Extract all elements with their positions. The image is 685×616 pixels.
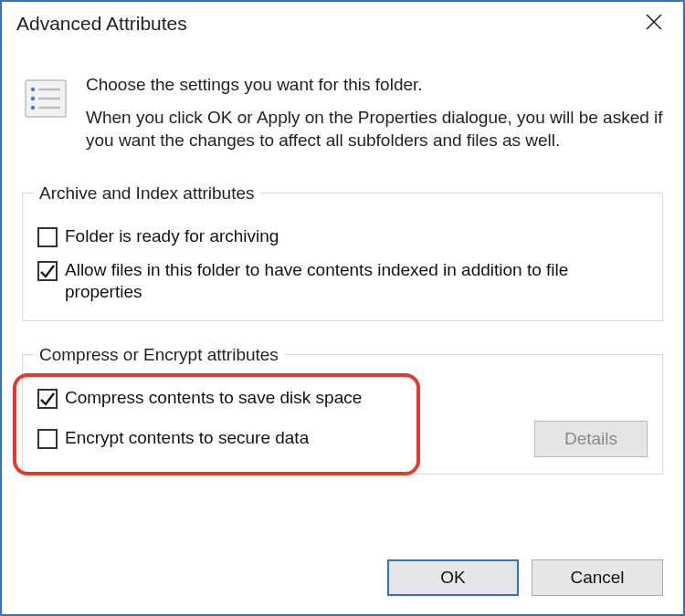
titlebar: Advanced Attributes bbox=[2, 2, 683, 46]
archive-row: Folder is ready for archiving bbox=[37, 225, 648, 248]
index-label: Allow files in this folder to have conte… bbox=[65, 259, 648, 304]
dialog-content: Choose the settings you want for this fo… bbox=[2, 46, 683, 559]
archive-index-group: Archive and Index attributes Folder is r… bbox=[22, 183, 663, 321]
archive-index-legend: Archive and Index attributes bbox=[34, 183, 260, 204]
compress-checkbox[interactable] bbox=[37, 389, 58, 409]
dialog-title: Advanced Attributes bbox=[16, 13, 187, 35]
svg-point-3 bbox=[31, 88, 35, 91]
index-checkbox[interactable] bbox=[37, 261, 58, 281]
intro-heading: Choose the settings you want for this fo… bbox=[86, 73, 663, 97]
close-button[interactable] bbox=[636, 5, 672, 42]
svg-point-5 bbox=[31, 97, 35, 100]
compress-label: Compress contents to save disk space bbox=[65, 387, 362, 410]
compress-encrypt-group: Compress or Encrypt attributes Compress … bbox=[22, 345, 663, 475]
intro-text: Choose the settings you want for this fo… bbox=[86, 73, 663, 162]
intro-section: Choose the settings you want for this fo… bbox=[22, 73, 663, 162]
svg-point-7 bbox=[31, 106, 35, 110]
encrypt-checkbox[interactable] bbox=[37, 429, 58, 449]
details-button: Details bbox=[534, 421, 648, 457]
dialog-footer: OK Cancel bbox=[2, 559, 683, 614]
archive-checkbox[interactable] bbox=[37, 227, 58, 247]
folder-settings-icon bbox=[22, 75, 69, 127]
compress-encrypt-legend: Compress or Encrypt attributes bbox=[34, 345, 284, 365]
compress-row: Compress contents to save disk space bbox=[37, 387, 648, 410]
archive-label: Folder is ready for archiving bbox=[65, 225, 279, 248]
advanced-attributes-dialog: Advanced Attributes bbox=[0, 0, 685, 616]
encrypt-row: Encrypt contents to secure data Details bbox=[37, 421, 648, 457]
encrypt-label: Encrypt contents to secure data bbox=[65, 427, 309, 450]
cancel-button[interactable]: Cancel bbox=[532, 559, 663, 596]
index-row: Allow files in this folder to have conte… bbox=[37, 259, 648, 304]
intro-body: When you click OK or Apply on the Proper… bbox=[86, 106, 663, 152]
close-icon bbox=[645, 13, 663, 36]
ok-button[interactable]: OK bbox=[387, 559, 519, 596]
